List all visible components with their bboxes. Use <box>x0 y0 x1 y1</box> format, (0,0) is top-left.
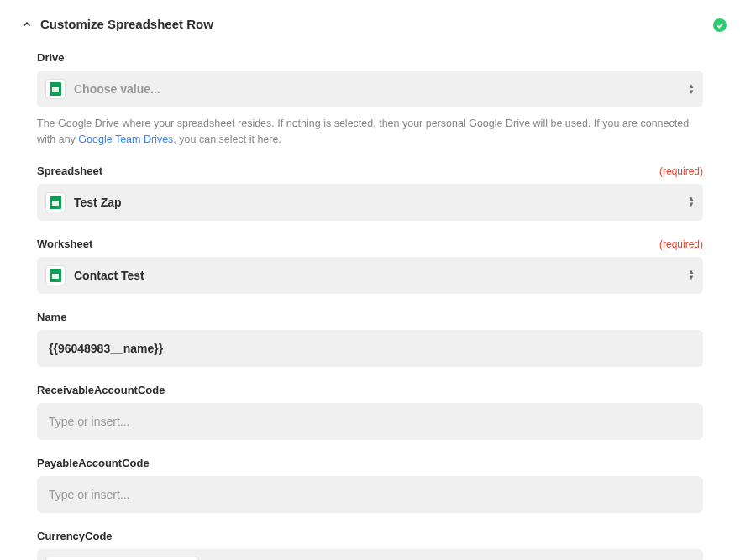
currency-label: CurrencyCode <box>37 530 113 542</box>
name-value: {{96048983__name}} <box>49 342 163 355</box>
sheets-icon <box>45 265 66 285</box>
chevron-sort-icon: ▲▼ <box>688 270 695 280</box>
team-drives-link[interactable]: Google Team Drives <box>78 133 173 145</box>
field-receivable: ReceivableAccountCode Type or insert... <box>37 384 703 440</box>
drive-select[interactable]: Choose value... ▲▼ <box>37 71 703 107</box>
sheets-icon <box>45 192 66 212</box>
receivable-input[interactable]: Type or insert... <box>37 403 703 440</box>
check-icon <box>713 18 727 32</box>
form-section: Drive Choose value... ▲▼ The Google Driv… <box>17 51 703 560</box>
spreadsheet-value: Test Zap <box>74 196 681 209</box>
worksheet-value: Contact Test <box>74 269 681 282</box>
field-worksheet: Worksheet (required) Contact Test ▲▼ <box>37 238 703 294</box>
field-payable: PayableAccountCode Type or insert... <box>37 457 703 513</box>
name-label: Name <box>37 311 66 323</box>
field-currency: CurrencyCode CurrencyCode: No data <box>37 530 703 561</box>
field-drive: Drive Choose value... ▲▼ The Google Driv… <box>37 51 703 148</box>
spreadsheet-select[interactable]: Test Zap ▲▼ <box>37 184 703 221</box>
help-text-post: , you can select it here. <box>173 133 281 145</box>
payable-placeholder: Type or insert... <box>49 488 129 501</box>
field-spreadsheet: Spreadsheet (required) Test Zap ▲▼ <box>37 165 703 221</box>
drive-label: Drive <box>37 51 65 64</box>
drive-placeholder: Choose value... <box>74 82 681 96</box>
chevron-sort-icon: ▲▼ <box>688 84 695 95</box>
payable-label: PayableAccountCode <box>37 457 150 469</box>
sheets-icon <box>45 79 66 99</box>
chevron-sort-icon: ▲▼ <box>688 196 695 207</box>
currency-input[interactable]: CurrencyCode: No data <box>37 549 703 561</box>
required-tag: (required) <box>659 165 703 177</box>
receivable-placeholder: Type or insert... <box>49 415 129 428</box>
payable-input[interactable]: Type or insert... <box>37 476 703 513</box>
spreadsheet-label: Spreadsheet <box>37 165 102 177</box>
field-name: Name {{96048983__name}} <box>37 311 703 367</box>
worksheet-label: Worksheet <box>37 238 92 250</box>
chevron-up-icon <box>17 18 37 30</box>
required-tag: (required) <box>659 238 703 250</box>
section-header[interactable]: Customize Spreadsheet Row <box>17 17 703 31</box>
receivable-label: ReceivableAccountCode <box>37 384 165 396</box>
worksheet-select[interactable]: Contact Test ▲▼ <box>37 257 703 294</box>
section-title: Customize Spreadsheet Row <box>40 17 213 31</box>
drive-help-text: The Google Drive where your spreadsheet … <box>37 116 703 148</box>
currency-pill[interactable]: CurrencyCode: No data <box>45 557 199 561</box>
name-input[interactable]: {{96048983__name}} <box>37 330 703 367</box>
